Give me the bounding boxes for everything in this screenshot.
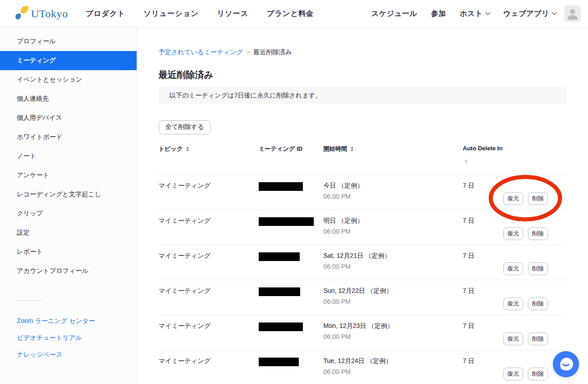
topnav-left-menu: プロダクトソリューションリソースプランと料金 xyxy=(86,9,314,19)
table-row: マイミーティング Tue, 12月24日 （定例） 06:00 PM 7 日 復… xyxy=(159,350,566,384)
table-row: マイミーティング Mon, 12月23日 （定例） 06:00 PM 7 日 復… xyxy=(159,315,566,350)
retention-notice-text: 以下のミーティングは7日後に永久に削除されます。 xyxy=(169,92,322,100)
main-content: 予定されているミーティング > 最近削除済み 最近削除済み 以下のミーティングは… xyxy=(137,28,588,384)
sidebar-item-10[interactable]: 設定 xyxy=(0,223,137,242)
meeting-start-time: 06:00 PM xyxy=(323,193,463,200)
topnav-item-3[interactable]: プランと料金 xyxy=(267,9,314,19)
sidebar-divider xyxy=(17,300,42,301)
sidebar-item-1[interactable]: ミーティング xyxy=(0,51,137,70)
sidebar-item-3[interactable]: 個人連絡先 xyxy=(0,89,137,108)
topnav-action-1[interactable]: 参加 xyxy=(431,9,446,19)
sidebar-item-9[interactable]: クリップ xyxy=(0,204,137,223)
sidebar-help-link-2[interactable]: ナレッジベース xyxy=(0,346,137,363)
meeting-id-redacted-bar xyxy=(259,323,303,331)
topnav-item-1[interactable]: ソリューション xyxy=(143,9,199,19)
retention-notice-banner: 以下のミーティングは7日後に永久に削除されます。 xyxy=(159,87,566,104)
meeting-start-date: 今日 （定例） xyxy=(323,182,463,190)
delete-button[interactable]: 削除 xyxy=(528,297,548,310)
column-header-topic: トピック xyxy=(159,143,259,174)
auto-delete-in-value: 7 日 xyxy=(463,217,503,245)
user-avatar[interactable] xyxy=(564,5,581,22)
auto-delete-in-value: 7 日 xyxy=(463,322,503,350)
chat-bubble-icon xyxy=(553,351,579,377)
top-navbar: UTokyo プロダクトソリューションリソースプランと料金 スケジュール参加ホス… xyxy=(0,0,588,28)
sidebar-item-0[interactable]: プロフィール xyxy=(0,32,137,51)
table-body: マイミーティング 今日 （定例） 06:00 PM 7 日 復元 削除 マイミー… xyxy=(159,175,566,384)
meeting-topic: マイミーティング xyxy=(159,357,259,384)
restore-button[interactable]: 復元 xyxy=(503,333,523,345)
meeting-start-date: Sat, 12月21日 （定例） xyxy=(323,252,463,260)
topnav-action-2[interactable]: ホスト xyxy=(460,9,490,19)
table-row: マイミーティング 今日 （定例） 06:00 PM 7 日 復元 削除 xyxy=(159,175,566,210)
meeting-start-date: 明日 （定例） xyxy=(323,217,463,225)
table-row: マイミーティング Sun, 12月22日 （定例） 06:00 PM 7 日 復… xyxy=(159,280,566,315)
delete-button[interactable]: 削除 xyxy=(528,368,548,380)
column-header-auto-delete-in: Auto Delete In ↑ xyxy=(463,143,503,174)
breadcrumb-separator: > xyxy=(246,49,250,56)
sidebar-menu: プロフィールミーティングイベントとセッション個人連絡先個人用デバイスホワイトボー… xyxy=(0,32,137,281)
brand-name: UTokyo xyxy=(31,8,68,20)
restore-button[interactable]: 復元 xyxy=(503,192,523,205)
breadcrumb-upcoming-meetings-link[interactable]: 予定されているミーティング xyxy=(159,48,243,56)
auto-delete-in-value: 7 日 xyxy=(463,182,503,210)
meeting-start-date: Tue, 12月24日 （定例） xyxy=(323,357,463,365)
delete-button[interactable]: 削除 xyxy=(528,333,548,345)
sidebar-item-5[interactable]: ホワイトボード xyxy=(0,128,137,147)
meeting-topic: マイミーティング xyxy=(159,287,259,315)
chevron-down-icon xyxy=(485,10,490,15)
restore-button[interactable]: 復元 xyxy=(503,262,523,275)
topnav-item-0[interactable]: プロダクト xyxy=(86,9,125,19)
person-icon xyxy=(564,5,581,22)
chat-widget-button[interactable] xyxy=(553,351,579,377)
sidebar-help-link-0[interactable]: Zoom ラーニング センター xyxy=(0,312,137,329)
topnav-action-3[interactable]: ウェブアプリ xyxy=(503,9,556,19)
delete-button[interactable]: 削除 xyxy=(528,262,548,275)
table-row: マイミーティング 明日 （定例） 06:00 PM 7 日 復元 削除 xyxy=(159,210,566,245)
sidebar-help-link-1[interactable]: ビデオチュートリアル xyxy=(0,329,137,346)
column-header-meeting-id: ミーティング ID xyxy=(259,143,323,174)
sidebar-item-7[interactable]: アンケート xyxy=(0,166,137,185)
delete-button[interactable]: 削除 xyxy=(528,227,548,240)
meeting-topic: マイミーティング xyxy=(159,182,259,210)
sidebar: プロフィールミーティングイベントとセッション個人連絡先個人用デバイスホワイトボー… xyxy=(0,28,137,384)
meeting-start-date: Sun, 12月22日 （定例） xyxy=(323,287,463,295)
sort-toggle-icon[interactable] xyxy=(351,147,353,151)
auto-delete-in-value: 7 日 xyxy=(463,287,503,315)
meeting-id-redacted-bar xyxy=(259,252,300,261)
sidebar-item-11[interactable]: レポート xyxy=(0,242,137,261)
topnav-action-0[interactable]: スケジュール xyxy=(371,9,417,19)
meeting-id-redacted-bar xyxy=(259,182,303,191)
table-header-row: トピック ミーティング ID 開始時間 Auto Delete In ↑ xyxy=(159,143,566,175)
delete-button[interactable]: 削除 xyxy=(528,192,548,205)
meeting-topic: マイミーティング xyxy=(159,217,259,245)
topnav-right-menu: スケジュール参加ホストウェブアプリ xyxy=(371,9,556,19)
page-title: 最近削除済み xyxy=(159,69,566,81)
breadcrumb: 予定されているミーティング > 最近削除済み xyxy=(159,48,566,56)
meeting-start-time: 06:00 PM xyxy=(323,368,463,375)
meeting-topic: マイミーティング xyxy=(159,322,259,350)
sidebar-help-links: Zoom ラーニング センタービデオチュートリアルナレッジベース xyxy=(0,312,137,363)
sidebar-item-2[interactable]: イベントとセッション xyxy=(0,70,137,89)
chevron-down-icon xyxy=(552,10,557,15)
delete-all-button[interactable]: 全て削除する xyxy=(159,120,211,134)
deleted-meetings-table: トピック ミーティング ID 開始時間 Auto Delete In ↑ マイミ… xyxy=(159,143,566,384)
meeting-start-date: Mon, 12月23日 （定例） xyxy=(323,322,463,330)
sort-ascending-icon[interactable]: ↑ xyxy=(465,158,468,164)
meeting-id-redacted-bar xyxy=(259,217,314,226)
topnav-item-2[interactable]: リソース xyxy=(217,9,248,19)
restore-button[interactable]: 復元 xyxy=(503,297,523,310)
breadcrumb-current: 最近削除済み xyxy=(253,48,291,56)
restore-button[interactable]: 復元 xyxy=(503,227,523,240)
meeting-start-time: 06:00 PM xyxy=(323,298,463,305)
sidebar-item-12[interactable]: アカウントプロフィール xyxy=(0,261,137,281)
sort-toggle-icon[interactable] xyxy=(186,147,189,151)
sidebar-item-8[interactable]: レコーディングと文字起こし xyxy=(0,185,137,204)
sidebar-item-6[interactable]: ノート xyxy=(0,147,137,166)
utokyo-logo[interactable]: UTokyo xyxy=(14,5,68,22)
meeting-start-time: 06:00 PM xyxy=(323,333,463,340)
sidebar-item-4[interactable]: 個人用デバイス xyxy=(0,108,137,128)
restore-button[interactable]: 復元 xyxy=(503,368,523,380)
meeting-topic: マイミーティング xyxy=(159,252,259,280)
meeting-id-redacted-bar xyxy=(259,287,300,296)
meeting-id-redacted-bar xyxy=(259,358,299,366)
